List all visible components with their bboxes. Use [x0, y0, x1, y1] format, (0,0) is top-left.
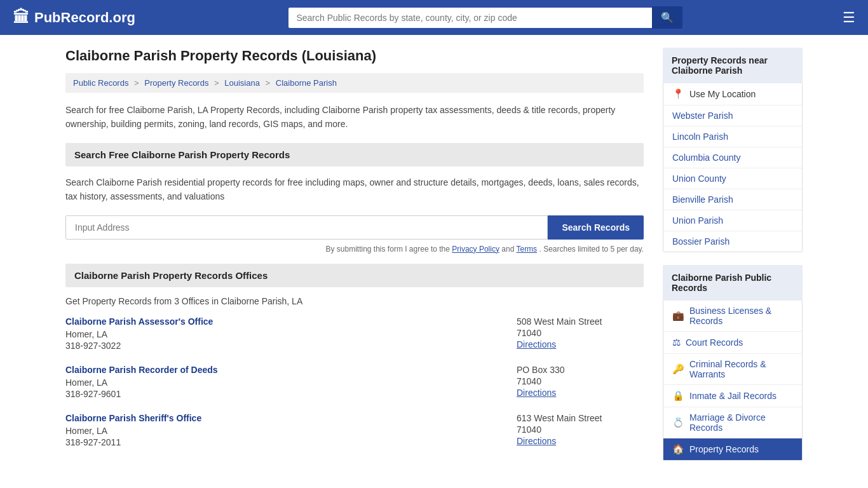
office-phone: 318-927-2011: [65, 437, 517, 447]
office-address: 508 West Main Street: [517, 316, 644, 327]
sidebar-item-business-licenses[interactable]: 💼 Business Licenses & Records: [663, 301, 802, 332]
sidebar-public-records-list: 💼 Business Licenses & Records ⚖ Court Re…: [663, 301, 803, 461]
privacy-policy-link[interactable]: Privacy Policy: [452, 245, 499, 254]
main-container: Claiborne Parish Property Records (Louis…: [53, 35, 815, 486]
sidebar-item-label: Bossier Parish: [672, 236, 729, 247]
logo-icon: 🏛: [13, 8, 29, 27]
sidebar-use-location[interactable]: 📍 Use My Location: [663, 83, 802, 105]
search-records-button[interactable]: Search Records: [548, 215, 644, 240]
office-left: Claiborne Parish Sheriff's Office Homer,…: [65, 413, 517, 447]
sidebar-item-label: Business Licenses & Records: [689, 306, 793, 326]
office-directions-link[interactable]: Directions: [517, 339, 556, 349]
sidebar-item-label: Union Parish: [672, 215, 723, 226]
sidebar-public-records-header: Claiborne Parish Public Records: [663, 265, 803, 301]
sidebar-item-label: Inmate & Jail Records: [689, 391, 776, 401]
office-entry: Claiborne Parish Assessor's Office Homer…: [65, 316, 644, 351]
office-entry: Claiborne Parish Sheriff's Office Homer,…: [65, 413, 644, 447]
property-search-form: Search Records: [65, 215, 644, 240]
court-icon: ⚖: [672, 337, 681, 348]
offices-intro: Get Property Records from 3 Offices in C…: [65, 296, 644, 306]
business-icon: 💼: [672, 310, 684, 322]
sidebar: Property Records near Claiborne Parish 📍…: [663, 48, 803, 473]
sidebar-item-lincoln-parish[interactable]: Lincoln Parish: [663, 126, 802, 147]
sidebar-item-marriage-records[interactable]: 💍 Marriage & Divorce Records: [663, 407, 802, 438]
sidebar-item-inmate-records[interactable]: 🔒 Inmate & Jail Records: [663, 385, 802, 407]
office-city: Homer, LA: [65, 377, 517, 388]
terms-link[interactable]: Terms: [516, 245, 537, 254]
search-icon: 🔍: [661, 12, 674, 23]
breadcrumb: Public Records > Property Records > Loui…: [65, 73, 644, 93]
office-zip: 71040: [517, 328, 644, 338]
breadcrumb-public-records[interactable]: Public Records: [73, 78, 128, 88]
breadcrumb-louisiana[interactable]: Louisiana: [224, 78, 260, 88]
office-left: Claiborne Parish Assessor's Office Homer…: [65, 316, 517, 351]
header-search-input[interactable]: [288, 8, 652, 28]
site-logo[interactable]: 🏛 PubRecord.org: [13, 8, 135, 27]
sidebar-item-label: Criminal Records & Warrants: [689, 359, 793, 379]
header-search-button[interactable]: 🔍: [652, 6, 682, 29]
office-right: 508 West Main Street 71040 Directions: [517, 316, 644, 351]
office-right: 613 West Main Street 71040 Directions: [517, 413, 644, 447]
sidebar-item-label: Union County: [672, 173, 726, 184]
sidebar-item-label: Bienville Parish: [672, 194, 733, 205]
sidebar-item-label: Court Records: [686, 337, 743, 348]
sidebar-item-label: Property Records: [689, 444, 759, 454]
sidebar-item-union-county[interactable]: Union County: [663, 168, 802, 189]
menu-icon: ☰: [843, 10, 855, 25]
office-directions-link[interactable]: Directions: [517, 436, 556, 446]
office-name: Claiborne Parish Recorder of Deeds: [65, 365, 517, 375]
sidebar-item-label: Lincoln Parish: [672, 132, 728, 142]
address-input[interactable]: [65, 215, 548, 240]
criminal-icon: 🔑: [672, 363, 684, 375]
office-entry: Claiborne Parish Recorder of Deeds Homer…: [65, 365, 644, 399]
sidebar-item-bossier-parish[interactable]: Bossier Parish: [663, 231, 802, 252]
sidebar-item-label: Marriage & Divorce Records: [689, 412, 793, 433]
office-name: Claiborne Parish Assessor's Office: [65, 316, 517, 327]
sidebar-use-location-label: Use My Location: [689, 89, 756, 99]
content-area: Claiborne Parish Property Records (Louis…: [65, 48, 644, 473]
sidebar-nearby-list: 📍 Use My Location Webster Parish Lincoln…: [663, 83, 803, 252]
menu-button[interactable]: ☰: [843, 10, 855, 26]
sidebar-item-label: Webster Parish: [672, 111, 733, 121]
office-address: PO Box 330: [517, 365, 644, 375]
office-city: Homer, LA: [65, 329, 517, 339]
office-city: Homer, LA: [65, 426, 517, 436]
search-section-header: Search Free Claiborne Parish Property Re…: [65, 143, 644, 166]
form-note: By submitting this form I agree to the P…: [65, 245, 644, 254]
office-zip: 71040: [517, 424, 644, 435]
marriage-icon: 💍: [672, 417, 684, 428]
office-name: Claiborne Parish Sheriff's Office: [65, 413, 517, 423]
office-zip: 71040: [517, 376, 644, 386]
site-header: 🏛 PubRecord.org 🔍 ☰: [0, 0, 868, 35]
sidebar-nearby-header: Property Records near Claiborne Parish: [663, 48, 803, 83]
location-icon: 📍: [672, 88, 684, 100]
sidebar-item-property-records[interactable]: 🏠 Property Records: [663, 438, 802, 460]
sidebar-item-bienville-parish[interactable]: Bienville Parish: [663, 189, 802, 210]
sidebar-item-criminal-records[interactable]: 🔑 Criminal Records & Warrants: [663, 354, 802, 385]
page-title: Claiborne Parish Property Records (Louis…: [65, 48, 644, 64]
logo-text: PubRecord.org: [34, 10, 135, 26]
sidebar-item-columbia-county[interactable]: Columbia County: [663, 147, 802, 168]
sidebar-item-label: Columbia County: [672, 152, 740, 163]
office-phone: 318-927-9601: [65, 389, 517, 399]
office-phone: 318-927-3022: [65, 341, 517, 351]
sidebar-item-court-records[interactable]: ⚖ Court Records: [663, 332, 802, 354]
property-icon: 🏠: [672, 444, 684, 455]
breadcrumb-claiborne-parish[interactable]: Claiborne Parish: [276, 78, 337, 88]
office-address: 613 West Main Street: [517, 413, 644, 423]
office-directions-link[interactable]: Directions: [517, 388, 556, 398]
breadcrumb-property-records[interactable]: Property Records: [144, 78, 208, 88]
office-right: PO Box 330 71040 Directions: [517, 365, 644, 399]
inmate-icon: 🔒: [672, 390, 684, 402]
sidebar-item-union-parish[interactable]: Union Parish: [663, 210, 802, 231]
sidebar-item-webster-parish[interactable]: Webster Parish: [663, 105, 802, 126]
header-search-area: 🔍: [288, 6, 682, 29]
office-left: Claiborne Parish Recorder of Deeds Homer…: [65, 365, 517, 399]
page-description: Search for free Claiborne Parish, LA Pro…: [65, 103, 644, 132]
search-description: Search Claiborne Parish residential prop…: [65, 175, 644, 204]
offices-section-header: Claiborne Parish Property Records Office…: [65, 264, 644, 287]
